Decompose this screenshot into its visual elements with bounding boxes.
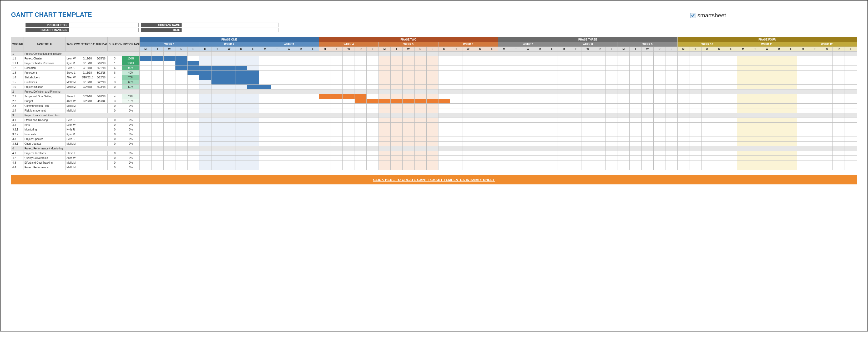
owner-cell[interactable]: Malik M: [65, 108, 80, 113]
dur-cell[interactable]: 1: [107, 61, 122, 66]
pct-cell[interactable]: 0%: [122, 165, 140, 170]
pct-cell[interactable]: 0%: [122, 123, 140, 127]
footer-cta[interactable]: CLICK HERE TO CREATE GANTT CHART TEMPLAT…: [11, 175, 857, 184]
dur-cell[interactable]: 0: [107, 137, 122, 142]
task-title-cell[interactable]: Quality Deliverables: [23, 156, 65, 160]
owner-cell[interactable]: Steve L: [65, 94, 80, 99]
pct-cell[interactable]: 0%: [122, 118, 140, 123]
start-cell[interactable]: [80, 104, 95, 108]
pct-cell[interactable]: 16%: [122, 99, 140, 104]
task-title-cell[interactable]: Communication Plan: [23, 104, 65, 108]
dur-cell[interactable]: 0: [107, 108, 122, 113]
due-cell[interactable]: [95, 108, 107, 113]
date-input[interactable]: [182, 28, 279, 32]
dur-cell[interactable]: 3: [107, 80, 122, 85]
task-title-cell[interactable]: Project Performance: [23, 165, 65, 170]
due-cell[interactable]: 3/16/18: [95, 61, 107, 66]
pct-cell[interactable]: 0%: [122, 132, 140, 137]
task-title-cell[interactable]: Research: [23, 66, 65, 70]
owner-cell[interactable]: Pete S: [65, 66, 80, 70]
dur-cell[interactable]: 4: [107, 75, 122, 80]
start-cell[interactable]: [80, 108, 95, 113]
task-title-cell[interactable]: KPIs: [23, 123, 65, 127]
dur-cell[interactable]: 0: [107, 85, 122, 89]
dur-cell[interactable]: 4: [107, 94, 122, 99]
pct-cell[interactable]: 0%: [122, 104, 140, 108]
project-title-input[interactable]: [69, 23, 138, 27]
start-cell[interactable]: [80, 132, 95, 137]
start-cell[interactable]: 3/24/18: [80, 94, 95, 99]
owner-cell[interactable]: Allen W: [65, 156, 80, 160]
due-cell[interactable]: [95, 104, 107, 108]
due-cell[interactable]: [95, 160, 107, 165]
task-title-cell[interactable]: Forecasts: [23, 132, 65, 137]
start-cell[interactable]: [80, 165, 95, 170]
task-title-cell[interactable]: Projections: [23, 70, 65, 75]
pct-cell[interactable]: 60%: [122, 80, 140, 85]
due-cell[interactable]: 3/28/18: [95, 94, 107, 99]
pct-cell[interactable]: 40%: [122, 70, 140, 75]
task-title-cell[interactable]: Stakeholders: [23, 75, 65, 80]
start-cell[interactable]: 3/18/2018: [80, 75, 95, 80]
due-cell[interactable]: [95, 132, 107, 137]
due-cell[interactable]: 3/15/18: [95, 56, 107, 61]
dur-cell[interactable]: 0: [107, 132, 122, 137]
task-title-cell[interactable]: Project Objectives: [23, 151, 65, 156]
start-cell[interactable]: 3/15/18: [80, 61, 95, 66]
dur-cell[interactable]: 0: [107, 123, 122, 127]
start-cell[interactable]: [80, 118, 95, 123]
pct-cell[interactable]: 100%: [122, 56, 140, 61]
due-cell[interactable]: 4/2/18: [95, 99, 107, 104]
start-cell[interactable]: 3/23/18: [80, 85, 95, 89]
owner-cell[interactable]: Steve L: [65, 151, 80, 156]
due-cell[interactable]: 3/23/18: [95, 85, 107, 89]
owner-cell[interactable]: Kylie R: [65, 127, 80, 132]
due-cell[interactable]: [95, 165, 107, 170]
project-manager-input[interactable]: [69, 28, 138, 32]
start-cell[interactable]: [80, 127, 95, 132]
owner-cell[interactable]: Malik M: [65, 85, 80, 89]
task-title-cell[interactable]: Chart Updates: [23, 142, 65, 146]
dur-cell[interactable]: 6: [107, 70, 122, 75]
due-cell[interactable]: [95, 151, 107, 156]
task-title-cell[interactable]: Budget: [23, 99, 65, 104]
dur-cell[interactable]: 0: [107, 165, 122, 170]
owner-cell[interactable]: Malik M: [65, 80, 80, 85]
task-title-cell[interactable]: Project Initiation: [23, 85, 65, 89]
due-cell[interactable]: [95, 142, 107, 146]
task-title-cell[interactable]: Risk Management: [23, 108, 65, 113]
owner-cell[interactable]: Kylie R: [65, 132, 80, 137]
owner-cell[interactable]: Steve L: [65, 70, 80, 75]
start-cell[interactable]: [80, 160, 95, 165]
owner-cell[interactable]: Pete S: [65, 118, 80, 123]
pct-cell[interactable]: 0%: [122, 127, 140, 132]
pct-cell[interactable]: 0%: [122, 137, 140, 142]
due-cell[interactable]: 3/22/18: [95, 75, 107, 80]
owner-cell[interactable]: Malik M: [65, 104, 80, 108]
company-name-input[interactable]: [182, 23, 279, 27]
owner-cell[interactable]: Malik M: [65, 142, 80, 146]
pct-cell[interactable]: 0%: [122, 156, 140, 160]
dur-cell[interactable]: 3: [107, 99, 122, 104]
task-title-cell[interactable]: Project Charter: [23, 56, 65, 61]
dur-cell[interactable]: 6: [107, 66, 122, 70]
dur-cell[interactable]: 0: [107, 104, 122, 108]
dur-cell[interactable]: 0: [107, 160, 122, 165]
dur-cell[interactable]: 0: [107, 156, 122, 160]
owner-cell[interactable]: Malik M: [65, 165, 80, 170]
pct-cell[interactable]: 0%: [122, 108, 140, 113]
pct-cell[interactable]: 70%: [122, 75, 140, 80]
pct-cell[interactable]: 100%: [122, 61, 140, 66]
owner-cell[interactable]: Allen W: [65, 99, 80, 104]
owner-cell[interactable]: Kylie R: [65, 61, 80, 66]
dur-cell[interactable]: 0: [107, 142, 122, 146]
pct-cell[interactable]: 90%: [122, 66, 140, 70]
task-title-cell[interactable]: Project Updates: [23, 137, 65, 142]
owner-cell[interactable]: Leon W: [65, 123, 80, 127]
start-cell[interactable]: 3/29/18: [80, 99, 95, 104]
start-cell[interactable]: 3/12/18: [80, 56, 95, 61]
start-cell[interactable]: [80, 151, 95, 156]
task-title-cell[interactable]: Scope and Goal Setting: [23, 94, 65, 99]
due-cell[interactable]: 3/22/18: [95, 80, 107, 85]
due-cell[interactable]: [95, 123, 107, 127]
